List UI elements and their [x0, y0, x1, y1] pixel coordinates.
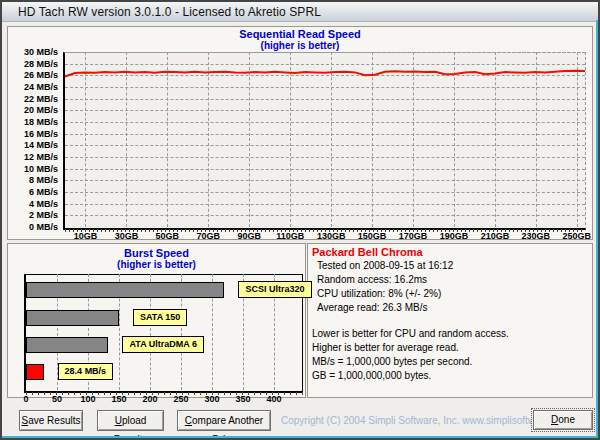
seq-x-tick-label: 230GB [516, 231, 556, 241]
seq-y-tick-label: 0 MB/s [0, 222, 58, 232]
seq-x-tick-label: 210GB [475, 231, 515, 241]
done-button-focus-ring: Done [531, 408, 595, 432]
burst-x-tick-label: 350 [228, 394, 258, 404]
seq-y-tick-label: 14 MB/s [0, 140, 58, 150]
seq-y-tick-label: 10 MB/s [0, 164, 58, 174]
window-border-accent-right [596, 20, 598, 438]
info-notes: Lower is better for CPU and random acces… [312, 327, 588, 383]
burst-x-tick-label: 250 [166, 394, 196, 404]
seq-x-tick-label: 150GB [352, 231, 392, 241]
seq-y-tick-label: 12 MB/s [0, 152, 58, 162]
copyright-text: Copyright (C) 2004 Simpli Software, Inc.… [281, 410, 525, 431]
read-speed-line [65, 52, 585, 227]
app-window: HD Tach RW version 3.0.1.0 - Licensed to… [0, 0, 600, 440]
burst-x-tick-label: 200 [135, 394, 165, 404]
seq-y-tick-label: 30 MB/s [0, 47, 58, 57]
compare-another-drive-button[interactable]: Compare Another Drive [177, 410, 271, 431]
seq-x-tick-label: 50GB [147, 231, 187, 241]
info-random-access: Random access: 16.2ms [312, 273, 588, 287]
note-lower-better: Lower is better for CPU and random acces… [312, 327, 588, 341]
seq-y-tick-label: 6 MB/s [0, 187, 58, 197]
seq-x-tick-label: 10GB [65, 231, 105, 241]
burst-bar-label: ATA UltraDMA 6 [122, 336, 204, 353]
burst-x-tick-label: 150 [104, 394, 134, 404]
upload-results-button[interactable]: Upload Results [97, 410, 164, 431]
window-title: HD Tach RW version 3.0.1.0 - Licensed to… [18, 5, 321, 19]
burst-x-tick-label: 400 [259, 394, 289, 404]
seq-x-tick-label: 170GB [393, 231, 433, 241]
burst-x-tick-label: 300 [197, 394, 227, 404]
seq-x-tick-label: 190GB [434, 231, 474, 241]
burst-bar-label: 28.4 MB/s [58, 363, 114, 380]
title-bar[interactable]: HD Tach RW version 3.0.1.0 - Licensed to… [2, 2, 598, 22]
burst-bar-label: SATA 150 [133, 309, 187, 326]
burst-bar-label: SCSI Ultra320 [238, 281, 311, 298]
burst-bar [26, 282, 224, 298]
compare-accesskey: C [185, 415, 192, 426]
seq-chart-title: Sequential Read Speed [7, 28, 593, 40]
drive-info-content: Packard Bell Chroma Tested on 2008-09-15… [312, 246, 588, 383]
seq-y-tick-label: 18 MB/s [0, 117, 58, 127]
save-results-button[interactable]: Save Results [19, 410, 83, 431]
burst-x-tick-label: 100 [73, 394, 103, 404]
seq-y-tick-label: 20 MB/s [0, 105, 58, 115]
note-mbs-definition: MB/s = 1,000,000 bytes per second. [312, 355, 588, 369]
upload-accesskey: U [115, 415, 122, 426]
burst-x-tick-label: 50 [42, 394, 72, 404]
burst-x-tick-label: 0 [11, 394, 41, 404]
note-higher-better: Higher is better for average read. [312, 341, 588, 355]
seq-y-tick-label: 4 MB/s [0, 199, 58, 209]
seq-y-tick-label: 26 MB/s [0, 70, 58, 80]
save-label: ave Results [28, 415, 80, 426]
note-gb-definition: GB = 1,000,000,000 bytes. [312, 369, 588, 383]
done-label: one [558, 414, 575, 425]
drive-name: Packard Bell Chroma [312, 246, 588, 259]
seq-y-tick-label: 28 MB/s [0, 59, 58, 69]
burst-chart-subtitle: (higher is better) [7, 259, 306, 270]
info-average-read: Average read: 26.3 MB/s [312, 301, 588, 315]
seq-x-tick-label: 30GB [106, 231, 146, 241]
seq-y-tick-label: 8 MB/s [0, 175, 58, 185]
seq-x-tick-label: 130GB [311, 231, 351, 241]
seq-y-tick-label: 16 MB/s [0, 129, 58, 139]
burst-bar [26, 310, 119, 326]
seq-y-tick-label: 2 MB/s [0, 210, 58, 220]
seq-x-tick-label: 110GB [270, 231, 310, 241]
seq-x-tick-label: 70GB [188, 231, 228, 241]
seq-y-tick-label: 24 MB/s [0, 82, 58, 92]
info-cpu-utilization: CPU utilization: 8% (+/- 2%) [312, 287, 588, 301]
burst-chart-title: Burst Speed [7, 247, 306, 259]
done-button[interactable]: Done [533, 410, 593, 430]
window-border-accent-bottom [2, 436, 598, 438]
seq-y-tick-label: 22 MB/s [0, 94, 58, 104]
read-speed-polyline [65, 71, 585, 77]
seq-x-tick-label: 90GB [229, 231, 269, 241]
seq-chart-subtitle: (higher is better) [7, 40, 593, 51]
info-tested-on: Tested on 2008-09-15 at 16:12 [312, 259, 588, 273]
burst-bar [26, 364, 44, 380]
seq-x-tick-label: 250GB [557, 231, 597, 241]
burst-bar [26, 337, 108, 353]
